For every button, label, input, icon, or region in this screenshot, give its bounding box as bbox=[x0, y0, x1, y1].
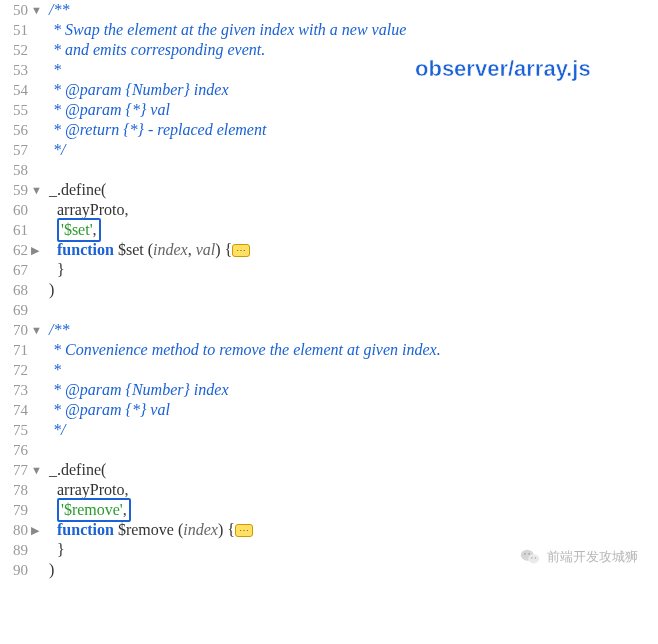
code-content: * @param {Number} index bbox=[45, 380, 229, 400]
code-line: 76 bbox=[0, 440, 658, 460]
editor-body: 50▼/**51 * Swap the element at the given… bbox=[0, 0, 658, 580]
code-content: } bbox=[45, 260, 65, 280]
file-path-overlay: observer/array.js bbox=[415, 56, 591, 82]
line-number: 52 bbox=[0, 40, 30, 60]
code-line: 60 arrayProto, bbox=[0, 200, 658, 220]
highlight-box: '$set', bbox=[57, 218, 101, 242]
code-line: 54 * @param {Number} index bbox=[0, 80, 658, 100]
code-content: _.define( bbox=[45, 460, 106, 480]
fold-toggle[interactable]: ▼ bbox=[30, 460, 45, 480]
highlight-box: '$remove', bbox=[57, 498, 131, 522]
line-number: 58 bbox=[0, 160, 30, 180]
code-content: * and emits corresponding event. bbox=[45, 40, 265, 60]
code-content: arrayProto, bbox=[45, 200, 129, 220]
line-number: 72 bbox=[0, 360, 30, 380]
code-line: 55 * @param {*} val bbox=[0, 100, 658, 120]
code-line: 57 */ bbox=[0, 140, 658, 160]
code-line: 78 arrayProto, bbox=[0, 480, 658, 500]
line-number: 61 bbox=[0, 220, 30, 240]
line-number: 70 bbox=[0, 320, 30, 340]
code-content: * bbox=[45, 60, 61, 80]
line-number: 67 bbox=[0, 260, 30, 280]
code-line: 73 * @param {Number} index bbox=[0, 380, 658, 400]
code-content: * @param {*} val bbox=[45, 100, 170, 120]
code-line: 68) bbox=[0, 280, 658, 300]
line-number: 68 bbox=[0, 280, 30, 300]
svg-point-1 bbox=[528, 554, 539, 563]
fold-toggle[interactable]: ▶ bbox=[30, 240, 45, 260]
line-number: 79 bbox=[0, 500, 30, 520]
code-content: * @return {*} - replaced element bbox=[45, 120, 266, 140]
code-content: function $remove (index) {⋯ bbox=[45, 520, 253, 540]
code-content: ) bbox=[45, 280, 54, 300]
fold-toggle[interactable]: ▶ bbox=[30, 520, 45, 540]
code-line: 70▼/** bbox=[0, 320, 658, 340]
code-line: 51 * Swap the element at the given index… bbox=[0, 20, 658, 40]
code-line: 58 bbox=[0, 160, 658, 180]
line-number: 90 bbox=[0, 560, 30, 580]
code-line: 61 '$set', bbox=[0, 220, 658, 240]
code-content: * Swap the element at the given index wi… bbox=[45, 20, 406, 40]
fold-toggle[interactable]: ▼ bbox=[30, 320, 45, 340]
fold-marker-icon[interactable]: ⋯ bbox=[232, 244, 250, 257]
line-number: 59 bbox=[0, 180, 30, 200]
code-content: * @param {*} val bbox=[45, 400, 170, 420]
code-line: 69 bbox=[0, 300, 658, 320]
svg-point-5 bbox=[535, 557, 536, 558]
code-line: 72 * bbox=[0, 360, 658, 380]
code-content: '$remove', bbox=[45, 498, 131, 522]
code-content: */ bbox=[45, 140, 65, 160]
code-line: 67 } bbox=[0, 260, 658, 280]
line-number: 74 bbox=[0, 400, 30, 420]
line-number: 76 bbox=[0, 440, 30, 460]
code-line: 71 * Convenience method to remove the el… bbox=[0, 340, 658, 360]
svg-point-2 bbox=[524, 553, 526, 555]
code-content: /** bbox=[45, 320, 69, 340]
code-content: */ bbox=[45, 420, 65, 440]
line-number: 60 bbox=[0, 200, 30, 220]
line-number: 73 bbox=[0, 380, 30, 400]
fold-marker-icon[interactable]: ⋯ bbox=[235, 524, 253, 537]
line-number: 51 bbox=[0, 20, 30, 40]
code-line: 80▶ function $remove (index) {⋯ bbox=[0, 520, 658, 540]
line-number: 78 bbox=[0, 480, 30, 500]
line-number: 54 bbox=[0, 80, 30, 100]
svg-point-4 bbox=[531, 557, 532, 558]
svg-point-3 bbox=[528, 553, 530, 555]
line-number: 53 bbox=[0, 60, 30, 80]
code-editor: 50▼/**51 * Swap the element at the given… bbox=[0, 0, 658, 580]
line-number: 57 bbox=[0, 140, 30, 160]
line-number: 62 bbox=[0, 240, 30, 260]
wechat-icon bbox=[519, 546, 541, 568]
fold-toggle[interactable]: ▼ bbox=[30, 0, 45, 20]
code-content: * @param {Number} index bbox=[45, 80, 229, 100]
fold-toggle[interactable]: ▼ bbox=[30, 180, 45, 200]
code-line: 56 * @return {*} - replaced element bbox=[0, 120, 658, 140]
code-content: '$set', bbox=[45, 218, 101, 242]
watermark: 前端开发攻城狮 bbox=[519, 546, 638, 568]
line-number: 71 bbox=[0, 340, 30, 360]
code-content: _.define( bbox=[45, 180, 106, 200]
code-content: } bbox=[45, 540, 65, 560]
line-number: 69 bbox=[0, 300, 30, 320]
code-content: * bbox=[45, 360, 61, 380]
code-content: /** bbox=[45, 0, 69, 20]
code-line: 50▼/** bbox=[0, 0, 658, 20]
code-line: 79 '$remove', bbox=[0, 500, 658, 520]
line-number: 80 bbox=[0, 520, 30, 540]
code-line: 74 * @param {*} val bbox=[0, 400, 658, 420]
line-number: 56 bbox=[0, 120, 30, 140]
code-content: function $set (index, val) {⋯ bbox=[45, 240, 250, 260]
line-number: 77 bbox=[0, 460, 30, 480]
code-content: ) bbox=[45, 560, 54, 580]
code-line: 77▼_.define( bbox=[0, 460, 658, 480]
code-line: 75 */ bbox=[0, 420, 658, 440]
line-number: 75 bbox=[0, 420, 30, 440]
code-content: arrayProto, bbox=[45, 480, 129, 500]
line-number: 89 bbox=[0, 540, 30, 560]
line-number: 55 bbox=[0, 100, 30, 120]
code-content: * Convenience method to remove the eleme… bbox=[45, 340, 441, 360]
line-number: 50 bbox=[0, 0, 30, 20]
code-line: 59▼_.define( bbox=[0, 180, 658, 200]
code-line: 62▶ function $set (index, val) {⋯ bbox=[0, 240, 658, 260]
